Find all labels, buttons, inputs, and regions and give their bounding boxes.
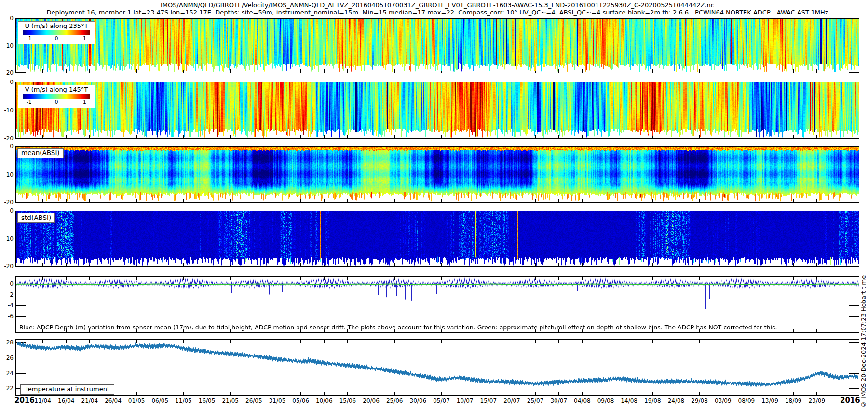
x-tick-label: 15/07 — [477, 397, 500, 404]
u-velocity-heatmap — [16, 19, 859, 73]
colorbar-v-tick-zero: 0 — [55, 99, 58, 105]
panel-u-velocity — [15, 18, 859, 73]
x-tick-label: 05/06 — [290, 397, 312, 404]
panel-absi-mean — [15, 146, 859, 203]
x-tick-label: 15/06 — [337, 397, 359, 404]
y-tick-label: -10 — [0, 42, 14, 49]
plot-title-deployment-info: Deployment 16, member 1 lat=23.47S lon=1… — [15, 9, 859, 16]
x-tick-label: 10/06 — [313, 397, 335, 404]
x-tick-label: 16/04 — [55, 397, 77, 404]
x-tick-label: 30/06 — [407, 397, 429, 404]
x-tick-label: 31/05 — [266, 397, 288, 404]
y-tick-label: -20 — [0, 199, 14, 205]
x-tick-label: 19/08 — [641, 397, 664, 404]
x-tick-label: 11/05 — [172, 397, 194, 404]
colorbar-u-labels: -1 0 1 — [18, 35, 95, 41]
y-tick-label: -10 — [0, 235, 14, 242]
legend-v-title: V (m/s) along 145°T — [18, 86, 95, 94]
panel-v-velocity — [15, 82, 859, 139]
x-tick-label: 06/05 — [149, 397, 171, 404]
colorbar-u-tick-neg1: -1 — [27, 35, 31, 41]
colorbar-v-tick-pos1: 1 — [83, 99, 86, 105]
y-tick-label: -2 — [0, 291, 14, 298]
x-tick-label: 08/09 — [735, 397, 758, 404]
y-tick-label: -20 — [0, 69, 14, 76]
x-tick-label: 20/07 — [501, 397, 523, 404]
y-tick-label: 0 — [0, 280, 14, 287]
adcp-summary-figure: IMOS/ANMN/QLD/GBROTE/Velocity/IMOS_ANMN-… — [0, 0, 868, 410]
y-tick-label: 22 — [0, 385, 14, 392]
panel-absi-std — [15, 211, 859, 267]
v-velocity-heatmap — [16, 82, 859, 138]
depth-variation-note: Blue: ADCP Depth (m) variation from sens… — [19, 324, 777, 331]
colorbar-v — [23, 94, 90, 99]
x-tick-label: 23/09 — [806, 397, 828, 404]
x-tick-label: 26/04 — [102, 397, 124, 404]
y-tick-label: 0 — [0, 15, 14, 22]
x-tick-label: 25/07 — [524, 397, 546, 404]
x-tick-label: 04/08 — [571, 397, 593, 404]
y-tick-label: -10 — [0, 107, 14, 114]
x-tick-label: 21/04 — [79, 397, 101, 404]
colorbar-v-tick-neg1: -1 — [27, 99, 31, 105]
imos-copyright-watermark: © IMOS 20-Dec-2024 17:07:23 Hobart time — [860, 241, 867, 408]
y-tick-label: 0 — [0, 207, 14, 214]
x-tick-label: 10/07 — [454, 397, 476, 404]
y-tick-label: 26 — [0, 355, 14, 361]
x-axis-year-right: 2016 — [840, 396, 860, 405]
x-tick-label: 03/09 — [712, 397, 734, 404]
colorbar-u-tick-zero: 0 — [55, 35, 58, 41]
x-tick-label: 30/07 — [548, 397, 570, 404]
label-absi-mean: mean(ABSI) — [17, 148, 64, 158]
legend-u-velocity: U (m/s) along 235°T -1 0 1 — [18, 21, 95, 44]
absi-mean-heatmap — [16, 147, 859, 202]
label-temperature: Temperature at instrument — [20, 384, 114, 395]
x-tick-label: 26/05 — [243, 397, 265, 404]
x-tick-label: 29/08 — [689, 397, 711, 404]
y-tick-label: 24 — [0, 370, 14, 377]
x-tick-label: 16/05 — [196, 397, 218, 404]
temperature-plot — [16, 340, 859, 395]
colorbar-v-labels: -1 0 1 — [18, 99, 95, 105]
legend-v-velocity: V (m/s) along 145°T -1 0 1 — [18, 85, 95, 108]
x-tick-label: 09/08 — [595, 397, 617, 404]
y-tick-label: -10 — [0, 171, 14, 178]
x-tick-label: 13/09 — [759, 397, 781, 404]
x-tick-label: 21/05 — [219, 397, 242, 404]
y-tick-label: 0 — [0, 143, 14, 150]
x-tick-label: 25/06 — [383, 397, 406, 404]
y-tick-label: -20 — [0, 135, 14, 142]
colorbar-u — [23, 30, 90, 35]
plot-title-filename: IMOS/ANMN/QLD/GBROTE/Velocity/IMOS_ANMN-… — [15, 1, 859, 9]
y-tick-label: 0 — [0, 79, 14, 85]
absi-std-heatmap — [16, 211, 859, 266]
y-tick-label: -4 — [0, 302, 14, 309]
colorbar-u-tick-pos1: 1 — [83, 35, 86, 41]
y-tick-label: -6 — [0, 313, 14, 320]
x-tick-label: 11/04 — [32, 397, 54, 404]
x-tick-label: 14/08 — [618, 397, 640, 404]
y-tick-label: -20 — [0, 263, 14, 270]
x-tick-label: 01/05 — [125, 397, 148, 404]
legend-u-title: U (m/s) along 235°T — [18, 22, 95, 30]
x-tick-label: 05/07 — [431, 397, 453, 404]
panel-temperature — [15, 339, 859, 396]
label-absi-std: std(ABSI) — [17, 213, 55, 223]
x-tick-label: 18/09 — [782, 397, 804, 404]
y-tick-label: 28 — [0, 339, 14, 346]
x-tick-label: 24/08 — [665, 397, 687, 404]
x-tick-label: 20/06 — [360, 397, 382, 404]
